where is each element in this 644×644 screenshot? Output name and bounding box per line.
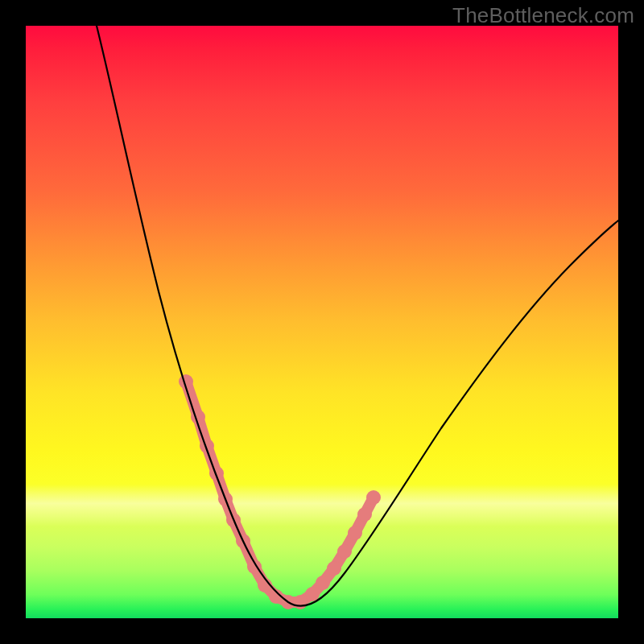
highlight-seg-left	[186, 382, 243, 541]
highlight-seg-right-b	[345, 497, 374, 551]
chart-svg	[26, 26, 618, 618]
highlight-seg-bottom	[243, 541, 300, 602]
dot-icon	[247, 559, 262, 574]
dot-icon	[357, 507, 372, 522]
dot-icon	[226, 513, 241, 527]
plot-area	[26, 26, 618, 618]
watermark-text: TheBottleneck.com	[452, 3, 634, 28]
highlight-seg-right-a	[300, 551, 345, 602]
dot-icon	[179, 374, 193, 389]
dot-icon	[191, 410, 205, 424]
curve-path	[97, 26, 618, 606]
dot-icon	[258, 578, 272, 592]
dot-icon	[348, 526, 362, 540]
dot-icon	[209, 466, 224, 481]
dot-icon	[200, 439, 214, 453]
highlight-dots	[179, 374, 381, 609]
highlight-segments	[186, 382, 374, 602]
dot-icon	[281, 595, 295, 609]
highlight-band	[26, 485, 618, 526]
dot-icon	[337, 544, 352, 559]
dot-icon	[327, 561, 341, 576]
dot-icon	[269, 589, 283, 604]
dot-icon	[236, 534, 250, 548]
dot-icon	[316, 576, 330, 590]
dot-icon	[218, 492, 233, 506]
dot-icon	[293, 595, 308, 609]
chart-frame: TheBottleneck.com	[0, 0, 644, 644]
dot-icon	[366, 490, 381, 505]
dot-icon	[305, 587, 320, 601]
